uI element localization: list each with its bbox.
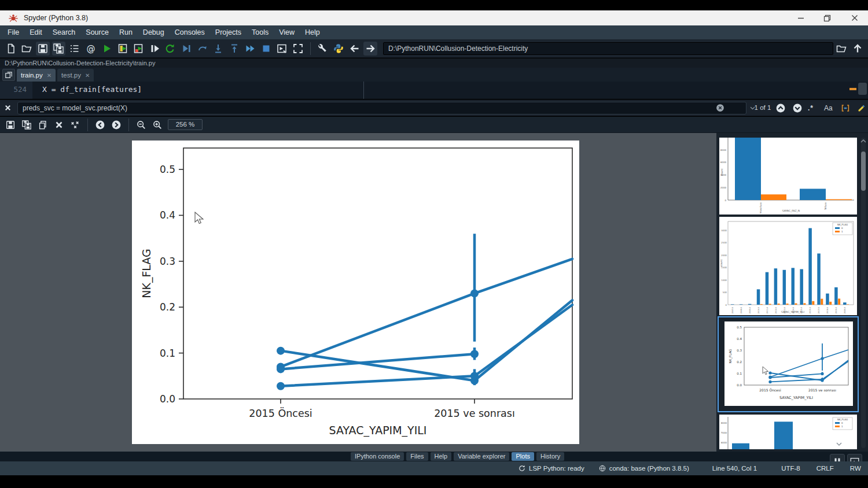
working-directory-input[interactable]: [383, 42, 833, 55]
line-number-gutter: 524: [0, 82, 32, 99]
preferences-button[interactable]: [316, 42, 330, 56]
maximize-pane-button[interactable]: [291, 42, 305, 56]
back-button[interactable]: [348, 42, 362, 56]
toolbar-separator: [128, 119, 129, 131]
regex-toggle[interactable]: .*: [808, 104, 814, 112]
save-all-button[interactable]: [52, 42, 66, 56]
run-cell-advance-button[interactable]: [132, 42, 146, 56]
find-bar: 1 of 1 .* Aa: [0, 99, 868, 116]
svg-text:2010.0: 2010.0: [757, 307, 760, 313]
find-input[interactable]: [17, 102, 746, 114]
eol-status[interactable]: CRLF: [816, 465, 834, 472]
find-in-files-button[interactable]: @: [84, 42, 98, 56]
svg-text:0.1: 0.1: [737, 372, 742, 375]
svg-text:500: 500: [723, 291, 727, 294]
close-button[interactable]: [841, 10, 868, 25]
thumbnails-scrollbar-thumb[interactable]: [861, 151, 866, 191]
menu-search[interactable]: Search: [47, 25, 81, 39]
readwrite-status[interactable]: RW: [850, 465, 861, 472]
menu-debug[interactable]: Debug: [138, 25, 170, 39]
save-all-plots-button[interactable]: [20, 118, 34, 132]
copy-plot-button[interactable]: [36, 118, 50, 132]
minimize-button[interactable]: [788, 10, 814, 25]
browse-tabs-button[interactable]: [2, 69, 15, 81]
editor[interactable]: 524 X = df_train[features]: [0, 82, 868, 99]
continue-execution-button[interactable]: [243, 42, 257, 56]
save-plot-button[interactable]: [3, 118, 17, 132]
editor-scrollbar[interactable]: [858, 83, 867, 95]
save-file-button[interactable]: [36, 42, 50, 56]
clear-search-icon[interactable]: [715, 103, 726, 113]
find-previous-icon[interactable]: [775, 103, 786, 113]
scroll-down-icon[interactable]: [836, 442, 843, 446]
run-cell-button[interactable]: [116, 42, 130, 56]
svg-text:6000: 6000: [721, 441, 727, 444]
menu-projects[interactable]: Projects: [210, 25, 247, 39]
whole-words-toggle-icon[interactable]: [840, 103, 851, 113]
menu-help[interactable]: Help: [300, 25, 325, 39]
rerun-cell-button[interactable]: [164, 42, 178, 56]
tab-label: train.py: [21, 72, 43, 79]
plot-thumbnail-3-selected[interactable]: 0.00.10.20.30.40.52015 Öncesi2015 ve son…: [718, 316, 859, 412]
pane-tab-ipython-console[interactable]: IPython console: [351, 452, 404, 461]
pane-tab-files[interactable]: Files: [406, 452, 428, 461]
lsp-status[interactable]: LSP Python: ready: [518, 464, 584, 472]
plot-thumbnail-1[interactable]: 02000400060008000MonofazeTrifazeSAYAC_FA…: [719, 138, 857, 215]
run-selection-button[interactable]: [148, 42, 161, 56]
zoom-out-button[interactable]: [134, 118, 148, 132]
menu-consoles[interactable]: Consoles: [170, 25, 210, 39]
cursor-position[interactable]: Line 540, Col 1: [712, 465, 757, 472]
python-environment-button[interactable]: [332, 42, 345, 56]
scroll-up-icon[interactable]: [860, 139, 867, 143]
run-external-terminal-button[interactable]: [275, 42, 289, 56]
find-close-icon[interactable]: [3, 103, 14, 114]
menu-source[interactable]: Source: [80, 25, 114, 39]
find-next-icon[interactable]: [792, 103, 803, 113]
run-file-button[interactable]: [100, 42, 113, 56]
menu-run[interactable]: Run: [114, 25, 138, 39]
menu-edit[interactable]: Edit: [24, 25, 47, 39]
plot-thumbnail-2[interactable]: 0500100015002000250030002007.02008.02009…: [719, 217, 857, 315]
editor-tabbar: train.py✕test.py✕: [0, 68, 868, 82]
svg-text:count: count: [720, 168, 723, 176]
editor-tab-train-py[interactable]: train.py✕: [17, 69, 56, 82]
menu-tools[interactable]: Tools: [247, 25, 274, 39]
tab-close-icon[interactable]: ✕: [85, 72, 90, 79]
forward-button[interactable]: [363, 42, 377, 56]
encoding[interactable]: UTF-8: [781, 465, 800, 472]
step-return-button[interactable]: [227, 42, 241, 56]
debug-file-button[interactable]: [179, 42, 193, 56]
remove-all-plots-button[interactable]: [68, 118, 82, 132]
tab-close-icon[interactable]: ✕: [47, 72, 52, 79]
conda-environment[interactable]: conda: base (Python 3.8.5): [598, 464, 689, 472]
svg-text:0.2: 0.2: [737, 360, 742, 364]
pane-tab-variable-explorer[interactable]: Variable explorer: [454, 452, 509, 461]
svg-text:2015 Öncesi: 2015 Öncesi: [249, 407, 312, 419]
editor-tab-test-py[interactable]: test.py✕: [57, 69, 94, 82]
plots-pane: 0.00.10.20.30.40.52015 Öncesi2015 ve son…: [0, 133, 716, 452]
pane-tab-history[interactable]: History: [536, 452, 564, 461]
svg-text:2017.0: 2017.0: [818, 307, 820, 313]
replace-icon[interactable]: [856, 103, 867, 113]
parent-directory-button[interactable]: [851, 42, 865, 56]
browse-working-directory-button[interactable]: [834, 42, 848, 56]
remove-plot-button[interactable]: [52, 118, 66, 132]
previous-plot-button[interactable]: [93, 118, 107, 132]
zoom-in-button[interactable]: [150, 118, 164, 132]
next-plot-button[interactable]: [109, 118, 123, 132]
plot-thumbnail-3-figure[interactable]: 0.00.10.20.30.40.52015 Öncesi2015 ve son…: [724, 321, 853, 406]
open-file-button[interactable]: [20, 42, 34, 56]
step-over-button[interactable]: [196, 42, 209, 56]
zoom-level-input[interactable]: 256 %: [168, 119, 203, 130]
toolbar-separator: [87, 119, 88, 131]
step-into-button[interactable]: [211, 42, 225, 56]
new-file-button[interactable]: [4, 42, 18, 56]
stop-debugging-button[interactable]: [259, 42, 273, 56]
case-sensitive-toggle[interactable]: Aa: [824, 104, 833, 112]
restore-button[interactable]: [814, 10, 840, 25]
menu-file[interactable]: File: [2, 25, 24, 39]
menu-view[interactable]: View: [274, 25, 300, 39]
pane-tab-plots[interactable]: Plots: [512, 452, 534, 461]
pane-tab-help[interactable]: Help: [431, 452, 452, 461]
file-switcher-button[interactable]: [68, 42, 82, 56]
